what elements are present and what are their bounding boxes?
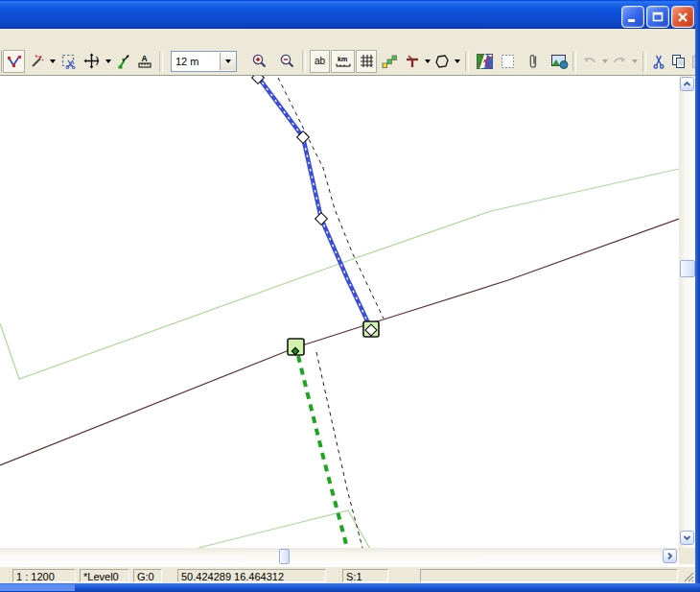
status-extra: [420, 569, 678, 582]
scale-combobox-value: 12 m: [172, 56, 220, 67]
black-dashed-upper[interactable]: [278, 78, 384, 319]
menu-strip: [0, 29, 695, 47]
rotate-symbol-button[interactable]: [402, 50, 422, 73]
paperclip-button[interactable]: [525, 50, 541, 73]
antenna-flag-button[interactable]: [113, 50, 133, 73]
status-scale: 1 : 1200: [12, 569, 76, 582]
scroll-right-button[interactable]: [663, 549, 677, 563]
new-sheet-button[interactable]: [497, 50, 519, 73]
polyline-tool-icon: [7, 54, 22, 69]
overview-map-icon: [477, 54, 493, 69]
window-titlebar[interactable]: [0, 0, 700, 29]
close-icon: [677, 12, 688, 23]
measure-ruler-icon: A: [137, 54, 152, 69]
grid-button[interactable]: [356, 50, 377, 73]
undo-icon: [582, 55, 597, 68]
zoom-in-button[interactable]: [247, 50, 270, 73]
selected-blue-line[interactable]: [258, 77, 371, 329]
vertex-nodes-button[interactable]: [378, 50, 401, 73]
scale-combobox-dropdown[interactable]: [220, 53, 236, 70]
scroll-down-button[interactable]: [680, 531, 694, 545]
magic-wand-button[interactable]: [26, 50, 47, 73]
chevron-right-icon: [665, 552, 674, 560]
polyline-tool-button[interactable]: [3, 50, 25, 73]
minimize-icon: [627, 12, 639, 23]
pan-rotate-button[interactable]: [81, 50, 103, 73]
cut-button[interactable]: [650, 50, 667, 73]
horizontal-scrollbar[interactable]: [0, 548, 679, 564]
clipped-button: [0, 50, 2, 73]
minimize-button[interactable]: [621, 6, 644, 28]
zoom-out-button[interactable]: [275, 50, 298, 73]
toolbar-separator: [302, 51, 306, 72]
copy-icon: [671, 54, 686, 69]
raster-image-button[interactable]: [548, 50, 572, 73]
map-canvas-area[interactable]: [0, 76, 679, 548]
chevron-up-icon: [683, 80, 691, 88]
maximize-button[interactable]: [646, 6, 669, 28]
status-level: *Level0: [80, 569, 129, 582]
raster-image-icon: [551, 54, 569, 69]
svg-text:km: km: [338, 56, 347, 62]
select-cut-icon: [61, 54, 77, 69]
undo-dropdown[interactable]: [600, 50, 609, 73]
pan-rotate-icon: [83, 53, 100, 69]
vertex-diamond[interactable]: [315, 213, 328, 225]
status-g: G:0: [133, 569, 162, 582]
vertical-scrollbar[interactable]: [679, 76, 695, 548]
toolbar-separator: [572, 51, 576, 72]
vertical-scroll-thumb[interactable]: [680, 260, 695, 277]
undo-button[interactable]: [580, 50, 599, 73]
polygon-dropdown[interactable]: [453, 50, 461, 73]
select-cut-button[interactable]: [58, 50, 80, 73]
scale-km-button[interactable]: km: [331, 50, 355, 73]
map-canvas[interactable]: [0, 76, 679, 548]
polygon-icon: [434, 54, 450, 69]
vertex-nodes-icon: [382, 54, 397, 69]
window-right-border: [695, 0, 700, 583]
scale-km-icon: km: [335, 54, 352, 69]
status-coordinates: 50.424289 16.464312: [177, 569, 326, 582]
scrollbar-corner: [679, 548, 695, 564]
labels-ab-icon: ab: [315, 56, 325, 66]
scroll-up-button[interactable]: [680, 77, 694, 91]
close-button[interactable]: [671, 6, 694, 28]
zoom-in-icon: [251, 53, 268, 69]
measure-ruler-button[interactable]: A: [134, 50, 155, 73]
horizontal-scroll-thumb[interactable]: [279, 549, 290, 564]
polygon-button[interactable]: [432, 50, 452, 73]
new-sheet-icon: [501, 54, 515, 69]
labels-ab-button[interactable]: ab: [310, 50, 330, 73]
toolbar-separator: [465, 51, 469, 72]
overview-map-button[interactable]: [473, 50, 496, 73]
magic-wand-icon: [29, 54, 44, 69]
chevron-down-icon: [683, 533, 691, 542]
magic-wand-dropdown[interactable]: [48, 50, 57, 73]
paperclip-icon: [527, 53, 539, 69]
toolbar: A 12 m ab km: [0, 47, 695, 76]
light-green-contour-upper[interactable]: [0, 169, 679, 379]
redo-button[interactable]: [610, 50, 629, 73]
maximize-icon: [652, 12, 664, 23]
toolbar-separator: [642, 51, 646, 72]
green-dashed-line[interactable]: [298, 356, 347, 548]
window-bottom-border: [0, 583, 700, 592]
svg-text:A: A: [142, 54, 148, 63]
toolbar-separator: [159, 51, 163, 72]
zoom-out-icon: [279, 53, 295, 69]
status-bar: 1 : 1200 *Level0 G:0 50.424289 16.464312…: [0, 566, 695, 584]
pan-rotate-dropdown[interactable]: [104, 50, 112, 73]
redo-icon: [612, 55, 627, 68]
antenna-flag-icon: [116, 54, 131, 69]
grid-icon: [360, 54, 374, 68]
scale-combobox[interactable]: 12 m: [171, 51, 237, 72]
cut-icon: [652, 54, 665, 69]
rotate-symbol-dropdown[interactable]: [423, 50, 432, 73]
rotate-symbol-icon: [405, 54, 420, 69]
resize-grip[interactable]: [682, 570, 694, 582]
status-s: S:1: [342, 569, 388, 582]
redo-dropdown[interactable]: [630, 50, 639, 73]
copy-button[interactable]: [668, 50, 688, 73]
